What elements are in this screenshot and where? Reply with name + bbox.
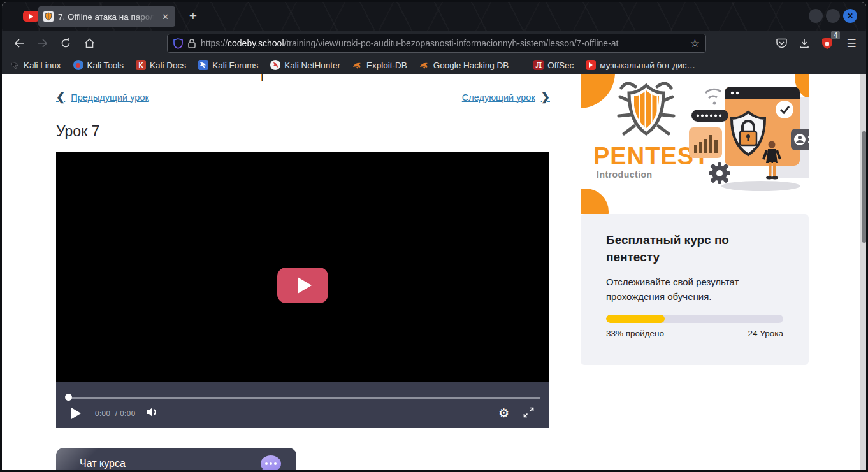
forward-button[interactable] — [34, 35, 50, 52]
url-path: /training/view/uroki-po-auditu-bezopasno… — [284, 38, 619, 48]
page-content: ❮ Предыдущий урок Следующий урок ❯ Урок … — [2, 74, 866, 472]
volume-icon[interactable] — [146, 406, 159, 418]
url-text: https://codeby.school/training/view/urok… — [201, 38, 685, 48]
url-scheme: https:// — [201, 38, 228, 48]
browser-window: 7. Offline атака на парол ✕ + ✕ https://… — [0, 0, 868, 472]
chevron-left-icon: ❮ — [56, 90, 65, 104]
chat-title: Чат курса — [80, 458, 126, 469]
tab-close-icon[interactable]: ✕ — [161, 12, 170, 22]
kali-nethunter-icon — [270, 60, 280, 70]
play-icon[interactable] — [71, 408, 81, 419]
exploit-db-bird-icon — [352, 60, 363, 70]
pinned-tab-youtube[interactable] — [23, 11, 40, 22]
reload-icon — [61, 38, 71, 48]
reload-button[interactable] — [57, 35, 74, 52]
youtube-icon — [586, 60, 596, 70]
video-controls-bar: 0:00 / 0:00 ⚙ — [56, 382, 549, 428]
bookmark-kali-forums[interactable]: Kali Forums — [198, 60, 258, 70]
video-player[interactable]: 0:00 / 0:00 ⚙ — [56, 152, 549, 428]
home-button[interactable] — [81, 35, 98, 52]
back-button[interactable] — [11, 35, 27, 52]
bookmarks-bar: Kali Linux Kali Tools K Kali Docs Kali F… — [2, 56, 866, 74]
download-icon — [799, 38, 809, 48]
kali-forums-icon — [198, 60, 208, 70]
course-chat-card[interactable]: Чат курса — [56, 448, 296, 472]
kali-tools-icon — [73, 60, 83, 70]
banner-subtitle: Introduction — [597, 169, 653, 180]
kali-docs-icon: K — [136, 60, 146, 70]
bookmark-kali-tools[interactable]: Kali Tools — [73, 60, 124, 70]
bookmark-exploit-db[interactable]: Exploit-DB — [352, 60, 407, 70]
adblock-extension-button[interactable]: 4 — [819, 35, 835, 52]
menu-hamburger-icon[interactable]: ☰ — [843, 35, 860, 52]
adblock-shield-icon — [822, 38, 832, 49]
page-scrollbar[interactable] — [860, 74, 866, 472]
progress-percent-label: 33% пройдено — [606, 329, 664, 338]
pocket-icon — [776, 38, 787, 48]
prev-lesson-link[interactable]: ❮ Предыдущий урок — [56, 90, 149, 104]
progress-labels: 33% пройдено 24 Урока — [606, 329, 783, 338]
video-progress-handle[interactable] — [65, 394, 72, 401]
shield-tracking-icon — [173, 38, 183, 49]
course-banner: PENTEST Introduction — [581, 74, 809, 214]
new-tab-button[interactable]: + — [185, 7, 201, 25]
bookmark-music-bot[interactable]: музыкальный бот дис… — [586, 60, 695, 70]
lesson-navigation: ❮ Предыдущий урок Следующий урок ❯ — [56, 90, 550, 104]
bookmark-offsec[interactable]: Л OffSec — [533, 60, 574, 70]
progress-fill — [606, 315, 665, 323]
kali-dragon-icon — [10, 60, 20, 70]
bookmark-star-icon[interactable]: ☆ — [690, 37, 700, 50]
back-arrow-icon — [14, 39, 25, 48]
extension-badge: 4 — [831, 31, 840, 39]
ghdb-bird-icon — [419, 60, 430, 70]
codeby-bug-shield-icon — [43, 11, 54, 22]
page-title: Урок 7 — [56, 123, 99, 140]
bookmark-kali-linux[interactable]: Kali Linux — [10, 60, 61, 70]
cutoff-text-fragment — [261, 74, 263, 81]
tab-title: 7. Offline атака на парол — [58, 12, 156, 22]
page-scrollbar-thumb[interactable] — [862, 131, 866, 243]
video-progress-track[interactable] — [68, 397, 540, 399]
course-progress-card: Бесплатный курс по пентесту Отслеживайте… — [581, 214, 809, 365]
forward-arrow-icon — [37, 39, 48, 48]
url-bar[interactable]: https://codeby.school/training/view/urok… — [167, 34, 706, 53]
security-illustration — [689, 87, 809, 191]
youtube-icon — [29, 14, 33, 19]
course-card-description: Отслеживайте свой результат прохождения … — [606, 275, 781, 304]
window-minimize-button[interactable] — [809, 9, 823, 23]
chevron-right-icon: ❯ — [541, 90, 550, 104]
fullscreen-icon[interactable] — [523, 407, 534, 418]
tab-lesson[interactable]: 7. Offline атака на парол ✕ — [38, 6, 175, 27]
settings-gear-icon[interactable]: ⚙ — [498, 406, 509, 420]
url-host: codeby.school — [228, 38, 284, 48]
home-icon — [84, 38, 95, 48]
course-card-title: Бесплатный курс по пентесту — [606, 232, 765, 266]
video-time: 0:00 / 0:00 — [95, 410, 136, 417]
lessons-count-label: 24 Урока — [748, 329, 783, 338]
titlebar: 7. Offline атака на парол ✕ + ✕ — [2, 2, 866, 31]
bookmarks-separator — [521, 60, 521, 71]
next-lesson-link[interactable]: Следующий урок ❯ — [462, 90, 550, 104]
chat-bubble-icon[interactable] — [261, 455, 281, 472]
lock-icon — [188, 39, 196, 48]
pocket-button[interactable] — [773, 35, 790, 52]
pentest-banner-illustration: PENTEST Introduction — [581, 74, 809, 214]
bookmark-kali-nethunter[interactable]: Kali NetHunter — [270, 60, 340, 70]
window-maximize-button[interactable] — [826, 9, 840, 23]
course-progress-bar — [606, 315, 783, 323]
play-overlay-icon — [298, 277, 312, 294]
play-overlay-button[interactable] — [277, 268, 328, 303]
bookmark-kali-docs[interactable]: K Kali Docs — [136, 60, 186, 70]
bookmark-google-hacking-db[interactable]: Google Hacking DB — [419, 60, 509, 70]
window-close-button[interactable]: ✕ — [843, 9, 857, 23]
downloads-button[interactable] — [796, 35, 813, 52]
offsec-icon: Л — [533, 60, 544, 70]
